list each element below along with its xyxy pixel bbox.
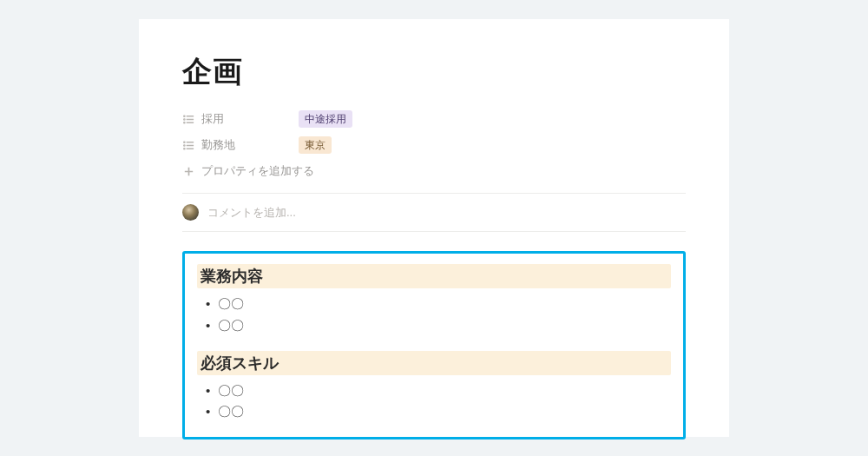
bullet-list-skills: 〇〇 〇〇 xyxy=(197,380,671,424)
comment-input-area[interactable]: コメントを追加... xyxy=(182,193,686,232)
page-title[interactable]: 企画 xyxy=(182,52,686,92)
highlighted-content-box: 業務内容 〇〇 〇〇 必須スキル 〇〇 〇〇 xyxy=(182,251,686,439)
list-item[interactable]: 〇〇 xyxy=(204,315,671,337)
tag-pill: 中途採用 xyxy=(299,110,352,128)
property-label: 勤務地 xyxy=(182,137,299,153)
property-row-location[interactable]: 勤務地 東京 xyxy=(182,132,686,158)
property-label: 採用 xyxy=(182,111,299,127)
multiselect-icon xyxy=(182,113,195,126)
svg-point-11 xyxy=(184,148,185,149)
svg-point-5 xyxy=(184,122,185,122)
list-item[interactable]: 〇〇 xyxy=(204,401,671,423)
svg-point-10 xyxy=(184,144,185,145)
svg-point-4 xyxy=(184,118,185,119)
multiselect-icon xyxy=(182,139,195,152)
tag-pill: 東京 xyxy=(299,136,332,154)
property-value[interactable]: 東京 xyxy=(299,136,332,154)
property-row-recruitment[interactable]: 採用 中途採用 xyxy=(182,106,686,132)
svg-point-3 xyxy=(184,116,185,116)
section-heading-duties[interactable]: 業務内容 xyxy=(197,264,671,288)
list-item[interactable]: 〇〇 xyxy=(204,294,671,315)
avatar xyxy=(182,204,199,221)
property-value[interactable]: 中途採用 xyxy=(299,110,352,128)
comment-placeholder: コメントを追加... xyxy=(207,205,296,221)
bullet-list-duties: 〇〇 〇〇 xyxy=(197,294,671,337)
svg-point-9 xyxy=(184,142,185,142)
property-name: 勤務地 xyxy=(201,137,235,153)
list-item[interactable]: 〇〇 xyxy=(204,380,671,402)
add-property-button[interactable]: プロパティを追加する xyxy=(182,158,686,184)
section-heading-skills[interactable]: 必須スキル xyxy=(197,351,671,375)
property-name: 採用 xyxy=(201,111,224,127)
properties-block: 採用 中途採用 勤務地 東京 プロパティを追加する xyxy=(182,106,686,184)
add-property-label: プロパティを追加する xyxy=(201,163,314,179)
plus-icon xyxy=(182,165,195,178)
document-page: 企画 採用 中途採用 勤務地 東京 xyxy=(139,19,729,437)
